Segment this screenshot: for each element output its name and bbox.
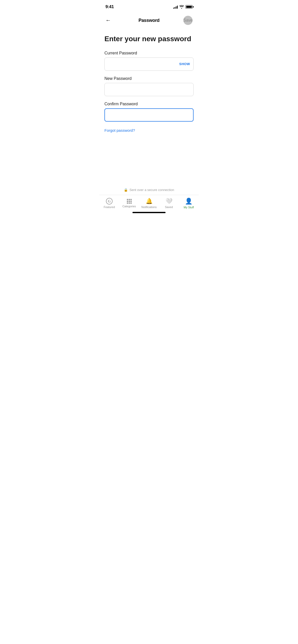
confirm-password-input[interactable]	[104, 108, 194, 122]
nav-header: ← Password Save	[99, 12, 199, 28]
confirm-password-group: Confirm Password	[104, 102, 194, 122]
new-password-label: New Password	[104, 76, 194, 81]
tab-notifications[interactable]: 🔔 Notifications	[141, 198, 157, 209]
wifi-icon	[179, 5, 184, 9]
save-button-circle: Save	[183, 16, 193, 25]
notifications-icon: 🔔	[146, 198, 153, 204]
battery-icon	[185, 5, 193, 9]
show-password-button[interactable]: SHOW	[179, 62, 190, 66]
page-title: Password	[139, 18, 160, 23]
featured-icon: G	[106, 198, 113, 204]
save-button-container[interactable]: Save	[182, 15, 194, 26]
current-password-wrapper: SHOW	[104, 57, 194, 71]
categories-icon	[127, 199, 132, 204]
current-password-group: Current Password SHOW	[104, 51, 194, 71]
tab-mystuff[interactable]: 👤 My Stuff	[181, 198, 196, 209]
forgot-password-link[interactable]: Forgot password?	[104, 128, 135, 133]
tab-bar: G Featured Categories 🔔 Notifications 🤍 …	[99, 195, 199, 210]
confirm-password-wrapper	[104, 108, 194, 122]
tab-saved-label: Saved	[165, 206, 173, 209]
home-indicator-bar	[132, 212, 166, 213]
new-password-wrapper	[104, 83, 194, 96]
confirm-password-label: Confirm Password	[104, 102, 194, 106]
tab-categories[interactable]: Categories	[121, 199, 137, 208]
lock-icon: 🔒	[124, 188, 128, 192]
tab-notifications-label: Notifications	[141, 206, 157, 209]
tab-featured[interactable]: G Featured	[102, 198, 117, 209]
back-arrow-icon: ←	[105, 17, 111, 24]
main-content: Enter your new password Current Password…	[99, 28, 199, 161]
new-password-input[interactable]	[104, 83, 194, 96]
tab-featured-label: Featured	[104, 206, 115, 209]
secure-connection-banner: 🔒 Sent over a secure connection	[99, 184, 199, 195]
saved-icon: 🤍	[166, 198, 172, 204]
tab-saved[interactable]: 🤍 Saved	[161, 198, 177, 209]
new-password-group: New Password	[104, 76, 194, 96]
status-icons	[173, 5, 193, 9]
tab-mystuff-label: My Stuff	[184, 206, 194, 209]
tab-categories-label: Categories	[122, 205, 136, 208]
signal-icon	[173, 5, 178, 9]
save-button-label: Save	[183, 18, 193, 23]
back-button[interactable]: ←	[104, 16, 112, 25]
status-bar: 9:41	[99, 0, 199, 12]
current-password-label: Current Password	[104, 51, 194, 55]
home-indicator	[99, 210, 199, 215]
content-spacer	[99, 161, 199, 184]
status-time: 9:41	[105, 4, 114, 9]
page-heading: Enter your new password	[104, 35, 194, 43]
mystuff-icon: 👤	[185, 198, 193, 205]
secure-connection-text: Sent over a secure connection	[129, 188, 174, 192]
